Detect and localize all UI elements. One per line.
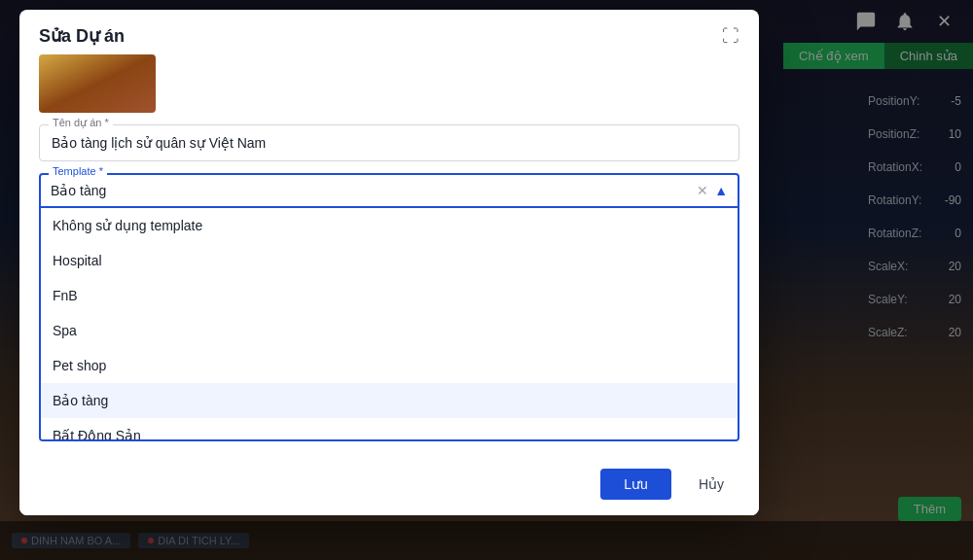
dropdown-item-0[interactable]: Không sử dụng template bbox=[41, 208, 738, 243]
modal-dialog: Sửa Dự án ⛶ Tên dự án * Template * ✕ ▲ bbox=[19, 10, 759, 515]
template-search-input[interactable] bbox=[51, 183, 697, 198]
modal-footer: Lưu Hủy bbox=[19, 457, 759, 515]
template-label: Template * bbox=[49, 165, 107, 177]
template-input-row[interactable]: ✕ ▲ bbox=[39, 173, 739, 208]
project-name-input[interactable] bbox=[39, 124, 739, 161]
modal-body: Tên dự án * Template * ✕ ▲ Không sử dụng… bbox=[19, 124, 759, 457]
modal-title: Sửa Dự án bbox=[39, 25, 125, 47]
template-dropdown-list: Không sử dụng template Hospital FnB Spa … bbox=[39, 208, 739, 441]
modal-overlay: Sửa Dự án ⛶ Tên dự án * Template * ✕ ▲ bbox=[0, 0, 973, 560]
dropdown-item-2[interactable]: FnB bbox=[41, 278, 738, 313]
cancel-button[interactable]: Hủy bbox=[683, 469, 739, 500]
thumbnail-image bbox=[39, 54, 156, 113]
dropdown-item-3[interactable]: Spa bbox=[41, 313, 738, 348]
template-arrow-icon[interactable]: ▲ bbox=[714, 183, 728, 198]
save-button[interactable]: Lưu bbox=[600, 469, 671, 500]
project-name-field: Tên dự án * bbox=[39, 124, 739, 161]
template-container: Template * ✕ ▲ Không sử dụng template Ho… bbox=[39, 173, 739, 441]
dropdown-item-5[interactable]: Bảo tàng bbox=[41, 383, 738, 418]
project-name-label: Tên dự án * bbox=[49, 117, 113, 129]
modal-header: Sửa Dự án ⛶ bbox=[19, 10, 759, 54]
project-thumbnail bbox=[39, 54, 156, 113]
expand-icon[interactable]: ⛶ bbox=[722, 26, 739, 47]
dropdown-item-1[interactable]: Hospital bbox=[41, 243, 738, 278]
dropdown-item-4[interactable]: Pet shop bbox=[41, 348, 738, 383]
template-clear-icon[interactable]: ✕ bbox=[697, 183, 708, 198]
dropdown-item-6[interactable]: Bất Động Sản bbox=[41, 418, 738, 441]
